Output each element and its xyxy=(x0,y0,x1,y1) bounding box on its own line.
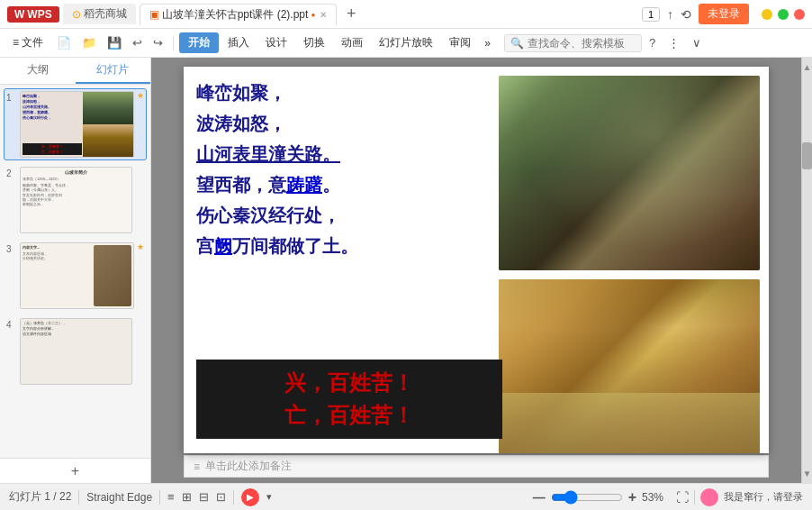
wps-label: WPS xyxy=(27,8,51,21)
slide-thumb-4: （元）张养浩（大二三）， 文字内容分析讲解... 语文课件内容区域 xyxy=(20,318,132,385)
close-button[interactable] xyxy=(794,9,805,20)
slide-item-4[interactable]: 4 （元）张养浩（大二三）， 文字内容分析讲解... 语文课件内容区域 xyxy=(4,315,147,387)
red-text-2: 亡，百姓苦！ xyxy=(284,401,414,430)
notes-bar[interactable]: ≡ 单击此处添加备注 xyxy=(184,455,769,478)
slide-thumb-3: 内容文字... 文本内容区域， 介绍相关历史。 xyxy=(20,242,134,309)
view-reading[interactable]: ⊟ xyxy=(199,490,209,504)
toolbar-save[interactable]: 💾 xyxy=(103,34,126,51)
chevron-down-icon[interactable]: ∨ xyxy=(687,33,707,52)
slide-num-2: 2 xyxy=(6,167,17,178)
add-slide-button[interactable]: + xyxy=(0,458,150,483)
slides-tab[interactable]: 幻灯片 xyxy=(76,58,151,84)
slide-num-1: 1 xyxy=(6,91,17,103)
minimize-button[interactable] xyxy=(762,9,772,20)
slide-counter: 幻灯片 1 / 22 xyxy=(9,489,71,505)
status-bar: 幻灯片 1 / 22 Straight Edge ≡ ⊞ ⊟ ⊡ ▶ ▾ — +… xyxy=(0,483,812,510)
maximize-button[interactable] xyxy=(778,9,789,20)
slide-star-3: ★ xyxy=(137,242,144,251)
fullscreen-icon[interactable]: ⛶ xyxy=(676,490,689,505)
vertical-scrollbar[interactable]: ▲ ▼ xyxy=(801,58,812,483)
zoom-slider[interactable] xyxy=(551,490,623,505)
slide-item-1[interactable]: 1 峰峦如聚， 波涛如怒， 山河表里潼关路。 望西都，意踌躇。 伤心秦汉经行处， xyxy=(4,88,147,160)
transition-tab[interactable]: 切换 xyxy=(296,32,332,53)
design-tab[interactable]: 设计 xyxy=(258,32,294,53)
start-tab[interactable]: 开始 xyxy=(179,32,219,53)
more-tabs[interactable]: » xyxy=(480,34,495,52)
live-button[interactable] xyxy=(700,488,718,506)
slide-canvas-area: 峰峦如聚， 波涛如怒， 山河表里潼关路。 望西都，意踌躇。 伤心秦汉经行处， 宫… xyxy=(151,58,801,483)
slide-num-4: 4 xyxy=(6,318,17,330)
search-bar[interactable]: 🔍 xyxy=(504,34,642,52)
more-options-icon[interactable]: ⋮ xyxy=(663,33,685,52)
window-count: 1 xyxy=(642,7,660,22)
outline-tab[interactable]: 大纲 xyxy=(0,58,76,84)
animation-tab[interactable]: 动画 xyxy=(334,32,370,53)
text-line-5: 伤心秦汉经行处， xyxy=(196,200,502,231)
toolbar-open[interactable]: 📁 xyxy=(77,34,101,51)
tab-document[interactable]: ▣ 山坡羊潼关怀古ppt课件 (2).ppt ● ✕ xyxy=(140,4,338,25)
play-dropdown[interactable]: ▾ xyxy=(266,491,272,503)
text-line-6: 宫阙万间都做了土。 xyxy=(196,231,502,261)
text-line-4: 望西都，意踌躇。 xyxy=(196,169,502,200)
zoom-plus[interactable]: + xyxy=(628,489,636,505)
waterfall-image xyxy=(499,279,760,453)
view-grid[interactable]: ⊞ xyxy=(182,490,192,504)
play-button[interactable]: ▶ xyxy=(241,488,259,506)
ppt-icon: ▣ xyxy=(149,8,159,21)
toolbar-new[interactable]: 📄 xyxy=(52,34,76,51)
undo-title-icon[interactable]: ⟲ xyxy=(681,7,691,22)
slide-item-3[interactable]: 3 内容文字... 文本内容区域， 介绍相关历史。 ★ xyxy=(4,240,147,312)
zoom-value: 53% xyxy=(642,491,671,504)
login-button[interactable]: 未登录 xyxy=(699,4,749,24)
notes-icon: ≡ xyxy=(194,460,200,473)
text-line-1: 峰峦如聚， xyxy=(196,77,502,108)
zoom-minus[interactable]: — xyxy=(533,490,546,505)
store-label: 稻壳商城 xyxy=(84,6,127,22)
slide-thumb-1: 峰峦如聚， 波涛如怒， 山河表里潼关路。 望西都，意踌躇。 伤心秦汉经行处， xyxy=(20,91,134,158)
doc-badge: ● xyxy=(311,11,315,19)
wps-w-icon: W xyxy=(14,8,24,21)
user-status: 我是窜行，请登录 xyxy=(724,490,803,504)
slideshow-tab[interactable]: 幻灯片放映 xyxy=(372,32,440,53)
text-line-2: 波涛如怒， xyxy=(196,108,502,139)
mountain-image xyxy=(499,76,760,270)
bottom-text-box: 兴，百姓苦！ 亡，百姓苦！ xyxy=(196,360,502,439)
search-input[interactable] xyxy=(528,37,636,50)
insert-tab[interactable]: 插入 xyxy=(221,32,257,53)
wps-logo-tab[interactable]: W WPS xyxy=(7,6,59,23)
help-icon[interactable]: ? xyxy=(644,33,661,52)
notes-placeholder: 单击此处添加备注 xyxy=(205,459,292,474)
share-icon[interactable]: ↑ xyxy=(667,7,673,22)
slide-star-1: ★ xyxy=(137,91,144,100)
slide-num-3: 3 xyxy=(6,242,17,254)
font-name: Straight Edge xyxy=(86,491,152,504)
add-tab-button[interactable]: + xyxy=(340,4,362,25)
text-line-3: 山河表里潼关路。 xyxy=(196,139,502,169)
view-normal[interactable]: ≡ xyxy=(167,490,175,504)
review-tab[interactable]: 审阅 xyxy=(442,32,478,53)
view-fit[interactable]: ⊡ xyxy=(216,490,226,504)
slide-canvas[interactable]: 峰峦如聚， 波涛如怒， 山河表里潼关路。 望西都，意踌躇。 伤心秦汉经行处， 宫… xyxy=(184,67,769,453)
red-text-1: 兴，百姓苦！ xyxy=(284,369,414,397)
doc-label: 山坡羊潼关怀古ppt课件 (2).ppt xyxy=(162,7,309,23)
search-icon: 🔍 xyxy=(510,37,524,50)
toolbar-undo[interactable]: ↩ xyxy=(128,34,147,51)
slides-panel: 大纲 幻灯片 1 峰峦如聚， 波涛如怒， 山河表里潼关路。 望西都，意踌躇。 伤… xyxy=(0,58,151,483)
tab-store[interactable]: ⊙ 稻壳商城 xyxy=(63,4,136,24)
slide-item-2[interactable]: 2 山坡羊简介 张养浩（1269—1329） 散曲作家。字希孟，号云庄， 济南（… xyxy=(4,164,147,236)
store-icon: ⊙ xyxy=(72,8,81,21)
file-menu[interactable]: ≡ 文件 xyxy=(5,32,50,53)
slide-thumb-2: 山坡羊简介 张养浩（1269—1329） 散曲作家。字希孟，号云庄， 济南（今属… xyxy=(20,167,132,233)
tab-close-icon[interactable]: ✕ xyxy=(320,10,327,20)
toolbar-redo[interactable]: ↪ xyxy=(149,34,167,51)
